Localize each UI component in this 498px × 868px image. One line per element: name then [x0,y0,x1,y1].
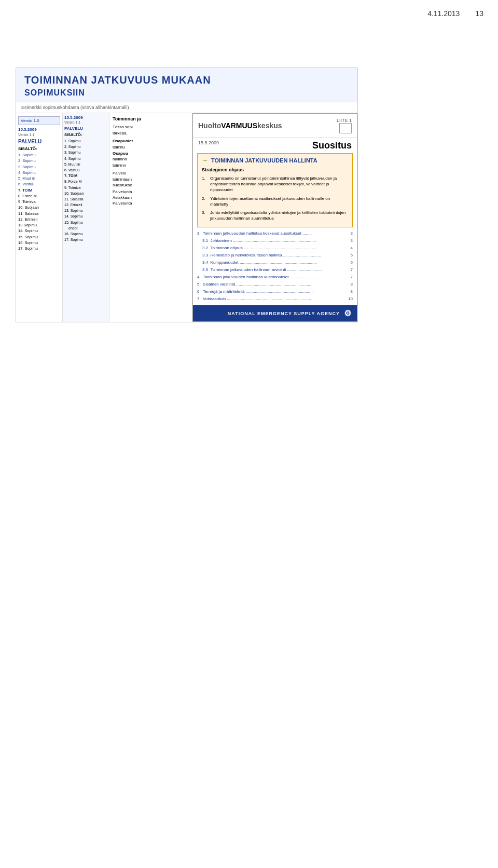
list-item: 8. Force M [18,193,60,199]
toiminnan-ja: Toiminnan ja [113,116,189,121]
nav-item: 4. Sopimu [64,156,107,161]
nav-item: 12. Erimieli [64,202,107,208]
toc-label: 3.1 Johtaminen .........................… [197,238,343,244]
tassa-sopi: Tässä sopi [113,125,189,129]
nav-item: 16. Sopimu [64,231,107,237]
arrow-icon: → [202,157,208,164]
list-item: 14. Sopimu [18,228,60,234]
toimintaan: toimintaan [113,177,189,182]
list-item: 3. Johto edellyttää organisaatiolta ydin… [202,210,348,221]
toc-label: 3.2 Toiminnan ohjaus ...................… [197,245,343,251]
strateginen: Strateginen ohjaus [202,167,348,172]
palvelunta2: Palvelunta [113,201,189,206]
toc-page: 5 [343,252,353,259]
nav-palvelu: PALVELU [64,126,107,131]
osapuu-label: Osapuu [113,151,189,156]
toc-row: 5 Sisäinen viestintä ...................… [197,281,353,288]
nav-item: 9. Toimiva [64,185,107,191]
toc-page: 6 [343,260,353,266]
toc-label: 3 Toiminnan jatkuvuuden hallintaa koskev… [197,230,343,237]
agency-icon: ⚙ [344,308,352,318]
osapuolet: Osapuolet [113,139,189,143]
toc-section: 3 Toiminnan jatkuvuuden hallintaa koskev… [197,230,353,302]
list-item: 7. TOIM [18,187,60,193]
toc-row: 7 Voimaantulo ..........................… [197,296,353,302]
toc-label: 7 Voimaantulo ..........................… [197,296,343,302]
nav-date: 15.5.2009 [64,115,107,120]
list-item: 6. Vastuu [18,181,60,187]
list-item: 11. Salassa [18,211,60,216]
toc-page: 3 [343,230,353,237]
left-sidebar: Versio 1.0 15.5.2009 Versio 1.1 PALVELU … [16,113,63,322]
toc-page: 7 [343,274,353,280]
logo-suffix: keskus [257,121,282,130]
item-num: 3. [202,210,210,221]
toc-row: 3.4 Kumppanuudet .......................… [197,260,353,266]
nav-item: 8. Force M [64,179,107,184]
right-panel: HuoltoVARMUUSkeskus LIITE 1 15.5.2009 Su… [192,113,357,322]
toc-row: 3.3 Henkilöstö ja henkilöresurssien hall… [197,252,353,259]
toc-label: 3.5 Toiminnan jatkuvuuden hallinnan arvi… [197,267,343,273]
toiminnan-box-title-text: TOIMINNAN JATKUVUUDEN HALLINTA [211,157,317,164]
tarkeaa: tärkeää. [113,131,189,135]
toc-label: 3.4 Kumppanuudet .......................… [197,260,343,266]
doc-header: TOIMINNAN JATKUVUUS MUKAAN SOPIMUKSIIN [16,68,357,102]
sidebar-item-list: 1. Sopimu 2. Sopimu 3. Sopimu 4. Sopimu … [18,152,60,251]
toc-page: 4 [343,245,353,251]
liite-box [339,123,352,133]
liite-text: LIITE 1 [337,118,352,123]
sidebar-date-block: Versio 1.0 [18,116,60,125]
list-item: 15. Sopimu [18,234,60,240]
doc-body: Versio 1.0 15.5.2009 Versio 1.1 PALVELU … [16,113,357,322]
nav-item: 11. Salassa [64,196,107,202]
toc-row: 3 Toiminnan jatkuvuuden hallintaa koskev… [197,230,353,237]
toc-label: 4 Toiminnan jatkuvuuden hallinnan kustan… [197,274,343,280]
doc-title: TOIMINNAN JATKUVUUS MUKAAN [24,74,349,86]
nav-item: 3. Sopimu [64,150,107,155]
toiminnan-box: → TOIMINNAN JATKUVUUDEN HALLINTA Strateg… [197,153,353,227]
toc-row: 3.1 Johtaminen .........................… [197,238,353,244]
doc-subtitle: SOPIMUKSIIN [24,88,349,98]
toc-page: 7 [343,267,353,273]
toc-page: 8 [343,289,353,295]
sidebar-date: 15.5.2009 [18,127,60,132]
item-num: 1. [202,175,210,193]
toc-label: 6 Termejä ja määritelmiä ...............… [197,289,343,295]
suositukse: suositukse [113,183,189,187]
toc-label: 3.3 Henkilöstö ja henkilöresurssien hall… [197,252,343,259]
nav-item: 7. TOIM [64,173,107,179]
toc-row: 3.5 Toiminnan jatkuvuuden hallinnan arvi… [197,267,353,273]
toimitu: toimitu [113,145,189,150]
nav-item: 17. Sopimu [64,237,107,242]
list-item: 9. Toimiva [18,199,60,205]
list-item: 16. Sopimu [18,240,60,246]
page-num: 13 [475,9,483,18]
list-item: 1. Organisaatio on tunnistanut ydintoimi… [202,175,348,193]
logo-brand: VARMUUS [221,121,257,130]
item-text: Johto edellyttää organisaatiolta ydintoi… [210,210,348,221]
hallinnn: hallinnn [113,157,189,161]
item-num: 2. [202,196,210,207]
sidebar-version: Versio 1.1 [18,133,60,137]
list-item: 10. Suojaan [18,205,60,210]
item-text: Ydintoimintojen asettamat vaatimukset ja… [210,196,348,207]
main-document: TOIMINNAN JATKUVUUS MUKAAN SOPIMUKSIIN E… [16,67,358,322]
example-bar: Esimerkki sopimuskohdasta (sitova alihan… [16,102,357,113]
toiminnan-box-title: → TOIMINNAN JATKUVUUDEN HALLINTA [202,157,348,164]
page-date: 4.11.2013 [427,9,460,18]
logo-prefix: Huolto [198,121,221,130]
item-text: Organisaatio on tunnistanut ydintoiminto… [210,175,348,193]
list-item: 3. Sopimu [18,164,60,170]
sidebar-version2: Versio 1.0 [21,118,58,123]
nav-item: 14. Sopimu [64,213,107,219]
footer-text: NATIONAL EMERGENCY SUPPLY AGENCY [228,311,340,316]
toc-row: 4 Toiminnan jatkuvuuden hallinnan kustan… [197,274,353,280]
toc-label: 5 Sisäinen viestintä ...................… [197,281,343,288]
nav-item: 5. Muut in [64,161,107,167]
palvelunta1: Palvelunta [113,189,189,194]
list-item: 1. Sopimu [18,152,60,158]
list-item: 2. Ydintoimintojen asettamat vaatimukset… [202,196,348,207]
nav-item: 13. Sopimu [64,208,107,213]
inner-doc-footer: NATIONAL EMERGENCY SUPPLY AGENCY ⚙ [193,305,357,321]
list-item: 12. Erimieli [18,216,60,222]
